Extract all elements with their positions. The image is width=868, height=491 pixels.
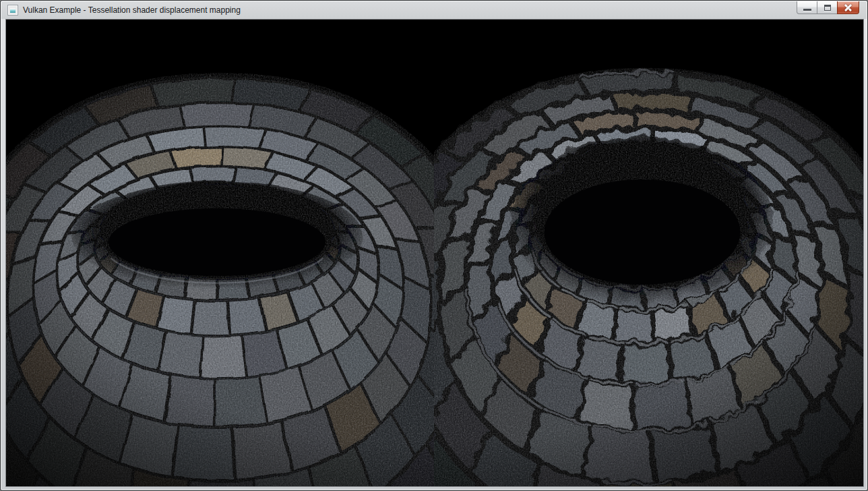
app-window: Vulkan Example - Tessellation shader dis… [0, 0, 868, 491]
minimize-button[interactable] [797, 1, 817, 14]
minimize-icon [803, 9, 811, 11]
close-button[interactable] [837, 1, 859, 14]
maximize-icon [824, 5, 831, 11]
maximize-button[interactable] [817, 1, 838, 14]
window-title: Vulkan Example - Tessellation shader dis… [23, 5, 241, 15]
window-controls [797, 1, 859, 14]
titlebar[interactable]: Vulkan Example - Tessellation shader dis… [1, 1, 867, 19]
vulkan-render-canvas[interactable] [6, 20, 863, 486]
render-viewport[interactable] [6, 20, 863, 486]
close-icon [844, 4, 852, 11]
vulkan-app-icon [7, 5, 18, 16]
